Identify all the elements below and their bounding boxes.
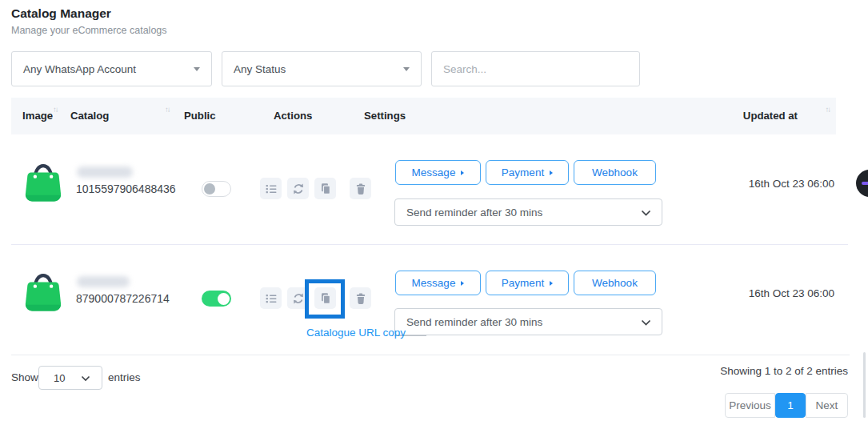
reminder-select[interactable]: Send reminder after 30 mins bbox=[394, 198, 662, 226]
caret-right-icon bbox=[461, 170, 464, 175]
delete-button[interactable] bbox=[350, 287, 371, 309]
page-title: Catalog Manager bbox=[11, 6, 111, 21]
list-icon bbox=[265, 182, 278, 195]
updated-at: 16th Oct 23 06:00 bbox=[749, 287, 834, 299]
next-page-button[interactable]: Next bbox=[806, 393, 848, 418]
copy-url-button[interactable] bbox=[314, 178, 336, 199]
chevron-down-icon bbox=[641, 210, 651, 217]
public-toggle-on[interactable] bbox=[202, 291, 231, 307]
row-divider bbox=[11, 244, 848, 245]
reminder-select[interactable]: Send reminder after 30 mins bbox=[394, 308, 662, 335]
payment-button-label: Payment bbox=[502, 166, 544, 178]
column-header-settings: Settings bbox=[364, 98, 406, 134]
payment-button-label: Payment bbox=[502, 277, 544, 289]
webhook-settings-button[interactable]: Webhook bbox=[574, 160, 656, 185]
trash-icon bbox=[354, 182, 367, 195]
column-header-updated-at[interactable]: Updated at bbox=[743, 98, 798, 134]
table-header: Image ↑↓ Catalog ↑↓ Public Actions Setti… bbox=[11, 98, 836, 134]
catalog-manager-page: Catalog Manager Manage your eCommerce ca… bbox=[0, 0, 868, 429]
message-button-label: Message bbox=[412, 166, 456, 178]
whatsapp-account-dropdown-value: Any WhatsApp Account bbox=[23, 63, 136, 75]
status-dropdown[interactable]: Any Status bbox=[222, 51, 422, 86]
catalog-id: 1015597906488436 bbox=[76, 182, 176, 195]
toggle-knob bbox=[218, 293, 230, 305]
chevron-down-icon bbox=[641, 319, 651, 327]
whatsapp-account-dropdown[interactable]: Any WhatsApp Account bbox=[11, 51, 212, 86]
sort-icon[interactable]: ↑↓ bbox=[53, 105, 58, 114]
floating-help-button[interactable] bbox=[856, 170, 868, 197]
toggle-knob bbox=[204, 183, 215, 194]
sync-button[interactable] bbox=[287, 178, 309, 199]
sync-icon bbox=[292, 182, 305, 195]
chevron-down-icon bbox=[81, 375, 90, 382]
catalog-bag-icon bbox=[22, 264, 65, 317]
catalog-id: 879000787226714 bbox=[76, 292, 170, 305]
sort-icon[interactable]: ↑↓ bbox=[826, 105, 830, 114]
updated-at: 16th Oct 23 06:00 bbox=[749, 178, 834, 190]
scrollbar-thumb[interactable] bbox=[863, 352, 866, 418]
catalog-name-redacted bbox=[77, 276, 130, 287]
caret-right-icon bbox=[550, 281, 553, 286]
page-size-select[interactable]: 10 bbox=[38, 366, 102, 390]
catalog-bag-icon bbox=[22, 154, 65, 207]
column-header-image[interactable]: Image bbox=[22, 98, 53, 134]
column-header-public: Public bbox=[184, 98, 216, 134]
page-size-value: 10 bbox=[54, 372, 65, 384]
fab-dash-icon bbox=[862, 182, 868, 185]
list-icon bbox=[265, 292, 278, 305]
message-button-label: Message bbox=[412, 277, 456, 289]
column-header-catalog[interactable]: Catalog bbox=[70, 98, 109, 134]
sort-icon[interactable]: ↑↓ bbox=[165, 105, 170, 114]
view-items-button[interactable] bbox=[260, 178, 282, 199]
chevron-down-icon bbox=[403, 67, 410, 71]
webhook-settings-button[interactable]: Webhook bbox=[574, 271, 656, 295]
status-dropdown-value: Any Status bbox=[234, 63, 286, 75]
webhook-button-label: Webhook bbox=[592, 166, 638, 178]
entries-label: entries bbox=[108, 371, 141, 383]
caret-right-icon bbox=[550, 170, 553, 175]
payment-settings-button[interactable]: Payment bbox=[486, 160, 569, 185]
message-settings-button[interactable]: Message bbox=[395, 160, 481, 185]
table-bottom-divider bbox=[11, 355, 850, 355]
payment-settings-button[interactable]: Payment bbox=[486, 271, 569, 295]
reminder-select-value: Send reminder after 30 mins bbox=[406, 206, 542, 219]
annotation-highlight-box bbox=[305, 279, 345, 319]
public-toggle-off[interactable] bbox=[202, 181, 231, 197]
copy-icon bbox=[319, 182, 332, 195]
previous-page-button[interactable]: Previous bbox=[725, 393, 775, 418]
show-label: Show bbox=[11, 371, 38, 383]
sync-icon bbox=[292, 292, 305, 305]
showing-entries-text: Showing 1 to 2 of 2 entries bbox=[720, 365, 848, 377]
page-1-button[interactable]: 1 bbox=[775, 393, 806, 418]
caret-right-icon bbox=[461, 281, 464, 286]
message-settings-button[interactable]: Message bbox=[395, 271, 481, 295]
webhook-button-label: Webhook bbox=[592, 277, 638, 289]
view-items-button[interactable] bbox=[260, 287, 282, 309]
reminder-select-value: Send reminder after 30 mins bbox=[406, 316, 542, 328]
column-header-actions: Actions bbox=[274, 98, 312, 134]
annotation-label: Catalogue URL copy bbox=[306, 327, 406, 339]
trash-icon bbox=[354, 292, 367, 305]
page-subtitle: Manage your eCommerce catalogs bbox=[11, 25, 167, 36]
delete-button[interactable] bbox=[350, 178, 371, 199]
chevron-down-icon bbox=[194, 67, 200, 71]
search-input[interactable] bbox=[431, 51, 640, 86]
catalog-name-redacted bbox=[77, 166, 133, 178]
